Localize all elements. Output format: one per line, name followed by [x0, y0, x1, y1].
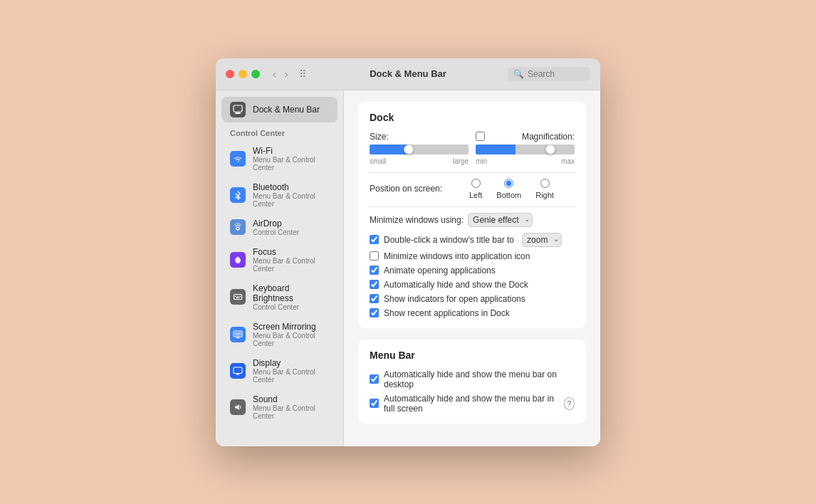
- control-center-header: Control Center: [216, 123, 343, 140]
- magnification-slider-group: Magnification: min max: [476, 132, 575, 165]
- dock-menu-bar-icon: [230, 102, 246, 117]
- sidebar-item-focus[interactable]: Focus Menu Bar & Control Center: [221, 242, 338, 278]
- bluetooth-text: Bluetooth Menu Bar & Control Center: [253, 182, 329, 208]
- show-recent-checkbox[interactable]: [370, 308, 379, 317]
- window-title: Dock & Menu Bar: [370, 68, 446, 79]
- sidebar-label-airdrop: AirDrop: [253, 219, 299, 229]
- sound-text: Sound Menu Bar & Control Center: [253, 394, 329, 420]
- display-text: Display Menu Bar & Control Center: [253, 358, 329, 384]
- size-large-label: large: [453, 157, 469, 165]
- title-bar: ‹ › ⠿ Dock & Menu Bar 🔍: [216, 58, 600, 90]
- keyboard-text: Keyboard Brightness Control Center: [253, 283, 329, 311]
- mag-max-label: max: [561, 157, 575, 165]
- focus-text: Focus Menu Bar & Control Center: [253, 247, 329, 273]
- sidebar-sublabel-mirroring: Menu Bar & Control Center: [253, 332, 329, 347]
- sidebar-label-bluetooth: Bluetooth: [253, 182, 329, 192]
- position-row: Position on screen: Left Bottom Right: [370, 179, 575, 199]
- maximize-button[interactable]: [251, 70, 260, 78]
- position-radio-group: Left Bottom Right: [469, 179, 554, 199]
- auto-hide-dock-checkbox[interactable]: [370, 280, 379, 289]
- dock-section-title: Dock: [370, 112, 575, 123]
- double-click-wrapper: zoom fill: [522, 233, 562, 247]
- grid-icon: ⠿: [299, 68, 306, 80]
- wifi-icon: [230, 151, 246, 167]
- dock-menu-bar-text: Dock & Menu Bar: [253, 105, 320, 115]
- sidebar-item-keyboard[interactable]: Keyboard Brightness Control Center: [221, 278, 338, 316]
- sidebar-item-airdrop[interactable]: AirDrop Control Center: [221, 214, 338, 241]
- magnification-slider[interactable]: [476, 145, 575, 154]
- double-click-label: Double-click a window's title bar to: [384, 235, 514, 245]
- auto-hide-desktop-checkbox[interactable]: [370, 374, 379, 384]
- svg-rect-6: [240, 296, 241, 298]
- minimize-effect-wrapper: Genie effect Scale effect: [468, 213, 533, 227]
- sound-icon: [230, 399, 246, 415]
- airdrop-icon: [230, 219, 246, 235]
- show-recent-label: Show recent applications in Dock: [384, 308, 510, 318]
- show-indicators-row: Show indicators for open applications: [370, 294, 575, 304]
- position-left[interactable]: Left: [469, 179, 482, 199]
- position-right-label: Right: [535, 191, 554, 199]
- sidebar-label-keyboard: Keyboard Brightness: [253, 283, 329, 303]
- svg-rect-10: [234, 367, 242, 374]
- svg-point-2: [236, 227, 239, 230]
- close-button[interactable]: [226, 70, 234, 78]
- search-input[interactable]: [528, 69, 585, 79]
- keyboard-icon: [230, 289, 246, 305]
- sidebar-item-screen-mirroring[interactable]: Screen Mirroring Menu Bar & Control Cent…: [221, 317, 338, 352]
- sidebar-sublabel-keyboard: Control Center: [253, 303, 329, 311]
- size-small-label: small: [370, 157, 386, 165]
- forward-button[interactable]: ›: [282, 67, 291, 81]
- animate-checkbox[interactable]: [370, 266, 379, 275]
- sidebar-sublabel-sound: Menu Bar & Control Center: [253, 404, 329, 420]
- sidebar-label-focus: Focus: [253, 247, 329, 257]
- double-click-select[interactable]: zoom fill: [522, 233, 562, 247]
- search-icon: 🔍: [513, 69, 524, 79]
- search-box[interactable]: 🔍: [508, 67, 590, 81]
- position-right[interactable]: Right: [535, 179, 554, 199]
- sidebar-sublabel-focus: Menu Bar & Control Center: [253, 257, 329, 273]
- magnification-checkbox[interactable]: [476, 132, 485, 141]
- wifi-text: Wi-Fi Menu Bar & Control Center: [253, 146, 329, 172]
- help-button[interactable]: ?: [564, 397, 575, 410]
- sidebar-label-sound: Sound: [253, 394, 329, 404]
- minimize-icon-row: Minimize windows into application icon: [370, 251, 575, 261]
- svg-rect-1: [235, 112, 241, 114]
- bluetooth-icon: [230, 187, 246, 203]
- preferences-window: ‹ › ⠿ Dock & Menu Bar 🔍 Dock & Menu Ba: [216, 58, 600, 446]
- traffic-lights: [226, 70, 260, 78]
- minimize-icon-checkbox[interactable]: [370, 251, 379, 261]
- sidebar-sublabel-airdrop: Control Center: [253, 229, 299, 236]
- sidebar-label-display: Display: [253, 358, 329, 368]
- auto-hide-fullscreen-checkbox[interactable]: [370, 399, 379, 408]
- position-bottom[interactable]: Bottom: [496, 179, 521, 199]
- svg-rect-7: [236, 298, 240, 298]
- dock-panel: Dock Size: small large: [358, 102, 586, 328]
- magnification-label: Magnification:: [522, 132, 575, 142]
- position-left-radio[interactable]: [471, 179, 481, 188]
- sidebar-item-display[interactable]: Display Menu Bar & Control Center: [221, 353, 338, 389]
- position-bottom-radio[interactable]: [504, 179, 513, 188]
- sidebar-item-bluetooth[interactable]: Bluetooth Menu Bar & Control Center: [221, 177, 338, 213]
- sidebar-sublabel-wifi: Menu Bar & Control Center: [253, 156, 329, 172]
- sidebar-item-wifi[interactable]: Wi-Fi Menu Bar & Control Center: [221, 141, 338, 177]
- auto-hide-dock-row: Automatically hide and show the Dock: [370, 280, 575, 290]
- sidebar-item-dock-menu-bar[interactable]: Dock & Menu Bar: [221, 97, 338, 122]
- minimize-button[interactable]: [239, 70, 247, 78]
- divider-1: [370, 172, 575, 173]
- screen-mirroring-text: Screen Mirroring Menu Bar & Control Cent…: [253, 322, 329, 347]
- focus-icon: [230, 252, 246, 268]
- size-slider-group: Size: small large: [370, 132, 469, 165]
- position-right-radio[interactable]: [540, 179, 550, 188]
- size-slider[interactable]: [370, 145, 469, 154]
- show-indicators-checkbox[interactable]: [370, 294, 379, 303]
- position-label: Position on screen:: [370, 184, 469, 194]
- mag-min-label: min: [476, 157, 487, 165]
- back-button[interactable]: ‹: [270, 67, 279, 81]
- main-content: Dock Size: small large: [344, 90, 600, 446]
- minimize-effect-select[interactable]: Genie effect Scale effect: [468, 213, 533, 227]
- double-click-checkbox[interactable]: [370, 235, 379, 244]
- auto-hide-fullscreen-label: Automatically hide and show the menu bar…: [384, 394, 559, 414]
- sidebar-item-sound[interactable]: Sound Menu Bar & Control Center: [221, 389, 338, 425]
- screen-mirroring-icon: [230, 327, 246, 342]
- minimize-label: Minimize windows using:: [370, 215, 464, 225]
